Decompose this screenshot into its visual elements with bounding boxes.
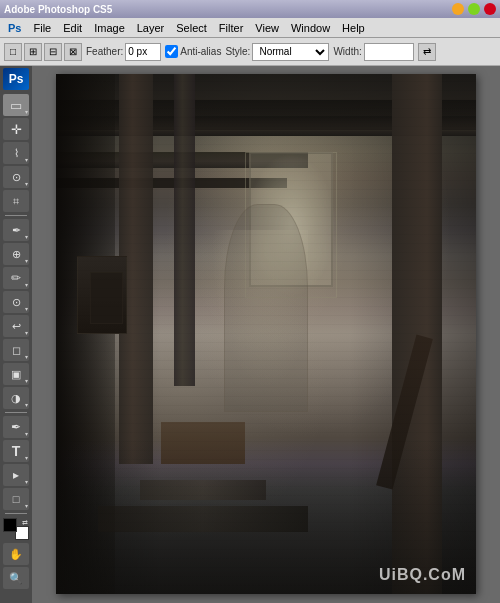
shape-tool[interactable]: □ ▾ xyxy=(3,488,29,510)
menu-window[interactable]: Window xyxy=(285,20,336,36)
zoom-tool[interactable]: 🔍 xyxy=(3,567,29,589)
antialias-label: Anti-alias xyxy=(180,46,221,57)
menu-layer[interactable]: Layer xyxy=(131,20,171,36)
selection-mode-group: □ ⊞ ⊟ ⊠ xyxy=(4,43,82,61)
brush-tool[interactable]: ✏ ▾ xyxy=(3,267,29,289)
maximize-btn[interactable] xyxy=(468,3,480,15)
width-group: Width: xyxy=(333,43,413,61)
menu-select[interactable]: Select xyxy=(170,20,213,36)
menu-image[interactable]: Image xyxy=(88,20,131,36)
menu-ps[interactable]: Ps xyxy=(2,20,27,36)
eyedropper-tool[interactable]: ✒ ▾ xyxy=(3,219,29,241)
color-swatch-group[interactable]: ⇄ xyxy=(3,518,29,540)
lasso-tool[interactable]: ⌇ ▾ xyxy=(3,142,29,164)
type-tool[interactable]: T ▾ xyxy=(3,440,29,462)
hand-tool[interactable]: ✋ xyxy=(3,543,29,565)
style-group: Style: Normal Fixed Ratio Fixed Size xyxy=(225,43,329,61)
canvas-image: UiBQ.CoM xyxy=(56,74,476,594)
style-select[interactable]: Normal Fixed Ratio Fixed Size xyxy=(252,43,329,61)
swap-btn[interactable]: ⇄ xyxy=(418,43,436,61)
dodge-tool[interactable]: ◑ ▾ xyxy=(3,387,29,409)
feather-label: Feather: xyxy=(86,46,123,57)
width-label: Width: xyxy=(333,46,361,57)
texture-overlay xyxy=(56,74,476,594)
minimize-btn[interactable] xyxy=(452,3,464,15)
feather-group: Feather: xyxy=(86,43,161,61)
antialias-group: Anti-alias xyxy=(165,45,221,58)
canvas-area: UiBQ.CoM xyxy=(32,66,500,603)
divider-2 xyxy=(5,412,27,413)
menu-view[interactable]: View xyxy=(249,20,285,36)
intersect-selection-btn[interactable]: ⊠ xyxy=(64,43,82,61)
add-selection-btn[interactable]: ⊞ xyxy=(24,43,42,61)
healing-brush-tool[interactable]: ⊕ ▾ xyxy=(3,243,29,265)
watermark: UiBQ.CoM xyxy=(379,566,466,584)
quick-selection-tool[interactable]: ⊙ ▾ xyxy=(3,166,29,188)
clone-stamp-tool[interactable]: ⊙ ▾ xyxy=(3,291,29,313)
gradient-tool[interactable]: ▣ ▾ xyxy=(3,363,29,385)
title-text: Adobe Photoshop CS5 xyxy=(4,4,112,15)
close-btn[interactable] xyxy=(484,3,496,15)
style-label: Style: xyxy=(225,46,250,57)
title-bar: Adobe Photoshop CS5 xyxy=(0,0,500,18)
menu-edit[interactable]: Edit xyxy=(57,20,88,36)
divider-1 xyxy=(5,215,27,216)
feather-input[interactable] xyxy=(125,43,161,61)
divider-3 xyxy=(5,513,27,514)
options-bar: □ ⊞ ⊟ ⊠ Feather: Anti-alias Style: Norma… xyxy=(0,38,500,66)
menu-bar: Ps File Edit Image Layer Select Filter V… xyxy=(0,18,500,38)
ps-logo: Ps xyxy=(3,68,29,90)
subtract-selection-btn[interactable]: ⊟ xyxy=(44,43,62,61)
main-area: Ps ▭ ▾ ✛ ⌇ ▾ ⊙ ▾ ⌗ ✒ ▾ ⊕ ▾ ✏ xyxy=(0,66,500,603)
menu-help[interactable]: Help xyxy=(336,20,371,36)
menu-filter[interactable]: Filter xyxy=(213,20,249,36)
antialias-checkbox[interactable] xyxy=(165,45,178,58)
new-selection-btn[interactable]: □ xyxy=(4,43,22,61)
crop-tool[interactable]: ⌗ xyxy=(3,190,29,212)
move-tool[interactable]: ✛ xyxy=(3,118,29,140)
eraser-tool[interactable]: ◻ ▾ xyxy=(3,339,29,361)
toolbox: Ps ▭ ▾ ✛ ⌇ ▾ ⊙ ▾ ⌗ ✒ ▾ ⊕ ▾ ✏ xyxy=(0,66,32,603)
pen-tool[interactable]: ✒ ▾ xyxy=(3,416,29,438)
rectangular-marquee-tool[interactable]: ▭ ▾ xyxy=(3,94,29,116)
menu-file[interactable]: File xyxy=(27,20,57,36)
canvas-wrapper: UiBQ.CoM xyxy=(56,74,476,594)
history-brush-tool[interactable]: ↩ ▾ xyxy=(3,315,29,337)
width-input[interactable] xyxy=(364,43,414,61)
path-selection-tool[interactable]: ▸ ▾ xyxy=(3,464,29,486)
